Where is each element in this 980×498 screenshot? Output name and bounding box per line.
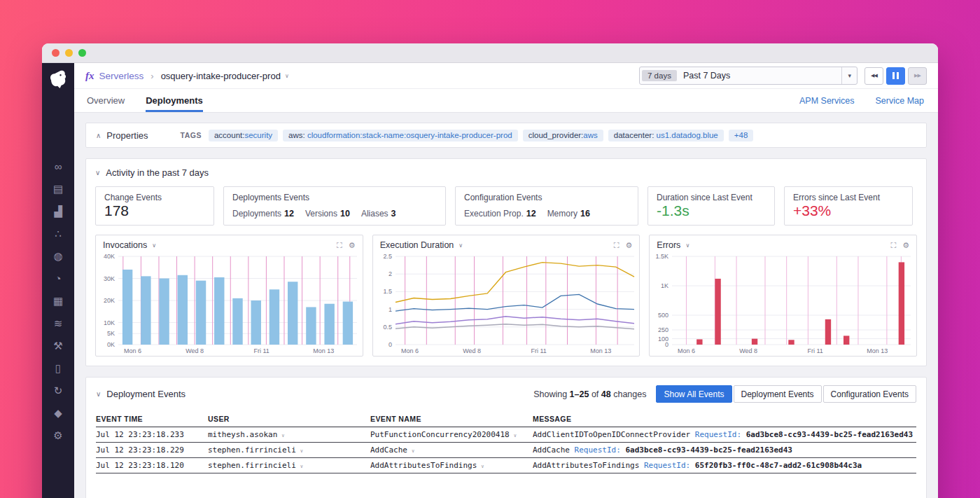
notebooks-icon[interactable]: ▯ — [52, 363, 64, 374]
svg-text:0K: 0K — [107, 341, 115, 348]
collapse-deployment-events-chevron-icon[interactable]: ∨ — [96, 390, 101, 398]
integrations-icon[interactable]: ▦ — [52, 296, 64, 307]
product-title[interactable]: Serverless — [99, 71, 144, 81]
watchdog-icon[interactable]: ∞ — [52, 161, 64, 172]
gear-icon[interactable]: ⚙ — [902, 241, 909, 250]
close-window-button[interactable] — [52, 49, 59, 57]
tab-deployments[interactable]: Deployments — [146, 89, 203, 112]
chevron-down-icon[interactable]: ∨ — [152, 242, 156, 249]
stat-deployments: Deployments12 — [232, 209, 294, 219]
tag-chip[interactable]: cloud_provider:aws — [523, 130, 603, 141]
chevron-down-icon[interactable]: ∨ — [685, 242, 690, 249]
pipelines-icon[interactable]: ↻ — [52, 385, 64, 396]
invocations-chart-title[interactable]: Invocations — [103, 240, 147, 250]
column-event-name: EVENT NAME — [370, 415, 533, 423]
forward-button[interactable]: ▶▶ — [908, 67, 927, 85]
datadog-logo-icon[interactable] — [46, 69, 70, 96]
svg-text:1.5K: 1.5K — [656, 253, 669, 260]
svg-text:250: 250 — [658, 326, 668, 333]
tag-chip[interactable]: account:security — [209, 130, 278, 141]
gear-icon[interactable]: ⚙ — [349, 241, 356, 250]
breadcrumb-entity[interactable]: osquery-intake-producer-prod — [161, 71, 281, 81]
rewind-button[interactable]: ◀◀ — [864, 67, 883, 85]
gear-icon[interactable]: ⚙ — [625, 241, 632, 250]
serverless-fx-icon: fx — [85, 70, 94, 82]
apm-services-link[interactable]: APM Services — [799, 89, 855, 112]
svg-text:Wed 8: Wed 8 — [463, 347, 481, 354]
execution-duration-chart-card: Execution Duration ∨ ⛶ ⚙ 00.511.522.5Mon… — [372, 235, 640, 357]
svg-text:Mon 6: Mon 6 — [401, 347, 419, 354]
synthetics-icon[interactable]: ⚒ — [52, 340, 64, 352]
card-title: Change Events — [104, 193, 205, 202]
table-row[interactable]: Jul 12 23:23:18.233 mitheysh.asokan∨ Put… — [96, 427, 916, 443]
properties-title: Properties — [106, 130, 148, 141]
message-cell: AddCache RequestId: 6ad3bce8-cc93-4439-b… — [533, 445, 916, 455]
svg-text:Mon 6: Mon 6 — [678, 347, 695, 354]
caret-down-icon[interactable]: ▾ — [841, 67, 857, 84]
time-range-picker[interactable]: 7 days Past 7 Days ▾ — [639, 67, 858, 85]
svg-text:0: 0 — [388, 341, 392, 348]
errors-chart-card: Errors ∨ ⛶ ⚙ 01002505001K1.5KMon 6Wed 8F… — [649, 235, 917, 357]
pause-icon — [892, 72, 895, 79]
settings-icon[interactable]: ⚙ — [52, 430, 64, 441]
message-cell: AddClientIDToOpenIDConnectProvider Reque… — [533, 430, 916, 439]
minimize-window-button[interactable] — [65, 49, 73, 57]
logs-icon[interactable]: ≋ — [52, 318, 64, 329]
collapse-properties-chevron-icon[interactable]: ∧ — [96, 132, 101, 139]
svg-text:0.5: 0.5 — [383, 324, 392, 331]
events-icon[interactable]: ▤ — [52, 184, 64, 195]
expand-caret-icon: ∨ — [300, 464, 303, 469]
chevron-down-icon[interactable]: ∨ — [285, 73, 289, 79]
configuration-events-filter-button[interactable]: Configuration Events — [823, 385, 916, 403]
stat-execution-prop: Execution Prop.12 — [464, 209, 536, 219]
svg-text:Fri 11: Fri 11 — [808, 347, 823, 354]
more-tags-chip[interactable]: +48 — [729, 130, 754, 141]
chevron-down-icon[interactable]: ∨ — [458, 242, 463, 249]
dashboards-icon[interactable]: ▟ — [52, 206, 64, 217]
svg-text:20K: 20K — [104, 297, 115, 304]
svg-text:Wed 8: Wed 8 — [186, 347, 204, 354]
svg-text:100: 100 — [658, 336, 668, 343]
event-time-cell: Jul 12 23:23:18.229 — [96, 445, 208, 455]
deployment-events-filter-button[interactable]: Deployment Events — [734, 385, 822, 403]
tag-chip[interactable]: datacenter: us1.datadog.blue — [608, 130, 724, 141]
event-time-cell: Jul 12 23:23:18.233 — [96, 430, 208, 439]
apm-icon[interactable]: ◔ — [52, 273, 64, 284]
card-title: Duration since Last Event — [657, 193, 766, 202]
time-range-badge: 7 days — [642, 70, 677, 81]
event-name-cell: AddCache∨ — [370, 445, 533, 455]
expand-caret-icon: ∨ — [300, 448, 303, 454]
errors-since-last-event-card: Errors since Last Event +33% — [784, 186, 913, 226]
service-map-link[interactable]: Service Map — [876, 89, 924, 112]
invocations-chart-card: Invocations ∨ ⛶ ⚙ 0K5K10K20K30K40KMon 6W… — [95, 235, 363, 357]
expand-caret-icon: ∨ — [412, 448, 414, 454]
security-icon[interactable]: ◆ — [52, 408, 64, 419]
event-filter-buttons: Show All Events Deployment Events Config… — [656, 385, 916, 403]
svg-text:30K: 30K — [104, 275, 115, 282]
pause-button[interactable] — [886, 67, 905, 85]
left-nav-sidebar: ∞ ▤ ▟ ∴ ◍ ◔ ▦ ≋ ⚒ ▯ ↻ ◆ ⚙ — [42, 63, 74, 498]
svg-text:Mon 6: Mon 6 — [124, 347, 141, 354]
table-row[interactable]: Jul 12 23:23:18.229 stephen.firrincieli∨… — [96, 443, 916, 458]
tab-overview[interactable]: Overview — [87, 89, 125, 112]
infrastructure-icon[interactable]: ∴ — [52, 228, 64, 240]
monitors-icon[interactable]: ◍ — [52, 251, 64, 262]
window-titlebar — [42, 43, 938, 63]
expand-icon[interactable]: ⛶ — [890, 241, 896, 250]
execution-duration-chart-title[interactable]: Execution Duration — [380, 240, 454, 250]
change-events-value: 178 — [104, 202, 205, 219]
execution-duration-chart: 00.511.522.5Mon 6Wed 8Fri 11Mon 13 — [373, 252, 640, 356]
duration-delta-value: -1.3s — [657, 202, 766, 219]
zoom-window-button[interactable] — [78, 49, 86, 57]
expand-icon[interactable]: ⛶ — [337, 241, 342, 250]
sidebar-nav-icons: ∞ ▤ ▟ ∴ ◍ ◔ ▦ ≋ ⚒ ▯ ↻ ◆ ⚙ — [52, 161, 64, 441]
expand-icon[interactable]: ⛶ — [614, 241, 620, 250]
stat-memory: Memory16 — [547, 209, 590, 219]
svg-text:Mon 13: Mon 13 — [590, 347, 611, 354]
show-all-events-button[interactable]: Show All Events — [656, 385, 732, 403]
errors-chart-title[interactable]: Errors — [657, 240, 680, 250]
tag-chip[interactable]: aws: cloudformation:stack-name:osquery-i… — [283, 130, 518, 141]
collapse-activity-chevron-icon[interactable]: ∨ — [95, 169, 100, 177]
svg-text:Wed 8: Wed 8 — [740, 347, 758, 354]
table-row[interactable]: Jul 12 23:23:18.120 stephen.firrincieli∨… — [96, 458, 916, 473]
